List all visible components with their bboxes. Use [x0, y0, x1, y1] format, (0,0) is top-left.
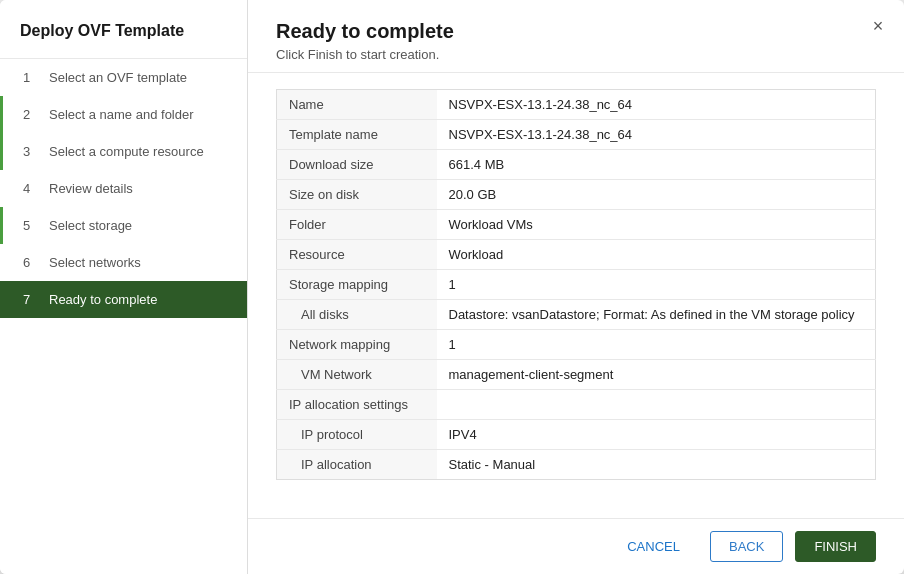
- step-number: 6: [23, 255, 41, 270]
- step-label: Ready to complete: [49, 292, 157, 307]
- table-row: IP protocol IPV4: [277, 420, 876, 450]
- page-title: Ready to complete: [276, 20, 876, 43]
- row-value: management-client-segment: [437, 360, 876, 390]
- table-row: Folder Workload VMs: [277, 210, 876, 240]
- sidebar-item-1[interactable]: 1 Select an OVF template: [0, 59, 247, 96]
- cancel-button[interactable]: CANCEL: [609, 532, 698, 561]
- row-key: All disks: [277, 300, 437, 330]
- main-content: × Ready to complete Click Finish to star…: [248, 0, 904, 574]
- close-button[interactable]: ×: [866, 14, 890, 38]
- table-row: Name NSVPX-ESX-13.1-24.38_nc_64: [277, 90, 876, 120]
- sidebar-item-3[interactable]: 3 Select a compute resource: [0, 133, 247, 170]
- step-number: 4: [23, 181, 41, 196]
- step-label: Select an OVF template: [49, 70, 187, 85]
- table-row: VM Network management-client-segment: [277, 360, 876, 390]
- table-row: All disks Datastore: vsanDatastore; Form…: [277, 300, 876, 330]
- page-subtitle: Click Finish to start creation.: [276, 47, 876, 62]
- finish-button[interactable]: FINISH: [795, 531, 876, 562]
- row-value: Workload: [437, 240, 876, 270]
- row-key: VM Network: [277, 360, 437, 390]
- table-row: Template name NSVPX-ESX-13.1-24.38_nc_64: [277, 120, 876, 150]
- step-number: 7: [23, 292, 41, 307]
- step-number: 5: [23, 218, 41, 233]
- sidebar-item-5[interactable]: 5 Select storage: [0, 207, 247, 244]
- step-label: Select a compute resource: [49, 144, 204, 159]
- table-row: Size on disk 20.0 GB: [277, 180, 876, 210]
- table-row: Storage mapping 1: [277, 270, 876, 300]
- row-value: 20.0 GB: [437, 180, 876, 210]
- step-label: Review details: [49, 181, 133, 196]
- row-key: Resource: [277, 240, 437, 270]
- back-button[interactable]: BACK: [710, 531, 783, 562]
- step-number: 3: [23, 144, 41, 159]
- row-key: Folder: [277, 210, 437, 240]
- row-key: IP protocol: [277, 420, 437, 450]
- deploy-ovf-dialog: Deploy OVF Template 1 Select an OVF temp…: [0, 0, 904, 574]
- table-row: Network mapping 1: [277, 330, 876, 360]
- row-value: NSVPX-ESX-13.1-24.38_nc_64: [437, 90, 876, 120]
- row-key: IP allocation: [277, 450, 437, 480]
- row-value: Datastore: vsanDatastore; Format: As def…: [437, 300, 876, 330]
- table-row: Download size 661.4 MB: [277, 150, 876, 180]
- sidebar-item-7[interactable]: 7 Ready to complete: [0, 281, 247, 318]
- sidebar-items: 1 Select an OVF template 2 Select a name…: [0, 59, 247, 574]
- row-key: IP allocation settings: [277, 390, 437, 420]
- sidebar-item-2[interactable]: 2 Select a name and folder: [0, 96, 247, 133]
- step-number: 2: [23, 107, 41, 122]
- row-key: Template name: [277, 120, 437, 150]
- row-key: Download size: [277, 150, 437, 180]
- row-value: [437, 390, 876, 420]
- row-key: Name: [277, 90, 437, 120]
- row-value: 661.4 MB: [437, 150, 876, 180]
- row-value: Static - Manual: [437, 450, 876, 480]
- step-label: Select a name and folder: [49, 107, 194, 122]
- row-value: IPV4: [437, 420, 876, 450]
- sidebar: Deploy OVF Template 1 Select an OVF temp…: [0, 0, 248, 574]
- table-container: Name NSVPX-ESX-13.1-24.38_nc_64 Template…: [248, 73, 904, 518]
- sidebar-item-4[interactable]: 4 Review details: [0, 170, 247, 207]
- step-label: Select networks: [49, 255, 141, 270]
- row-value: 1: [437, 270, 876, 300]
- row-key: Storage mapping: [277, 270, 437, 300]
- step-label: Select storage: [49, 218, 132, 233]
- row-value: NSVPX-ESX-13.1-24.38_nc_64: [437, 120, 876, 150]
- row-key: Network mapping: [277, 330, 437, 360]
- main-header: Ready to complete Click Finish to start …: [248, 0, 904, 73]
- row-value: 1: [437, 330, 876, 360]
- table-row: Resource Workload: [277, 240, 876, 270]
- sidebar-item-6[interactable]: 6 Select networks: [0, 244, 247, 281]
- footer: CANCEL BACK FINISH: [248, 518, 904, 574]
- summary-table: Name NSVPX-ESX-13.1-24.38_nc_64 Template…: [276, 89, 876, 480]
- table-row: IP allocation Static - Manual: [277, 450, 876, 480]
- row-value: Workload VMs: [437, 210, 876, 240]
- sidebar-title: Deploy OVF Template: [0, 0, 247, 59]
- table-row: IP allocation settings: [277, 390, 876, 420]
- step-number: 1: [23, 70, 41, 85]
- row-key: Size on disk: [277, 180, 437, 210]
